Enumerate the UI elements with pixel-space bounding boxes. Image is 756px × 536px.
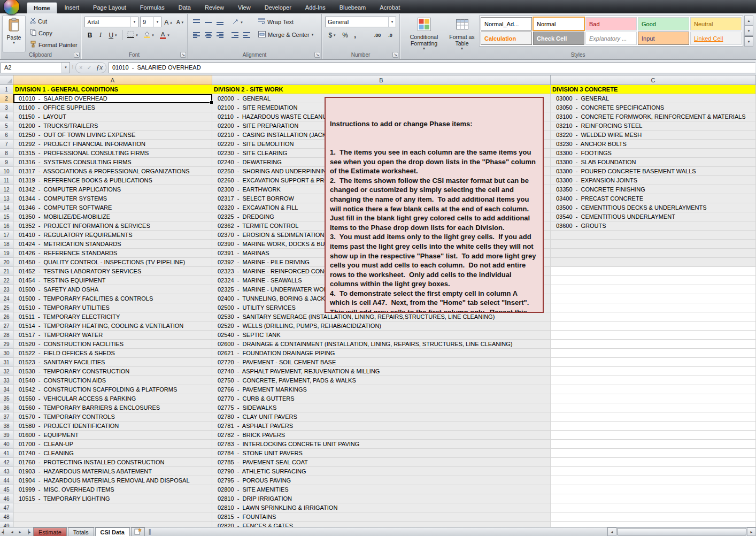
cell-A4[interactable]: 01150 - LAYOUT [13,112,212,121]
orientation-button[interactable]: ▾ [229,17,245,28]
cell-C40[interactable] [551,440,756,449]
row-number-23[interactable]: 23 [0,285,13,294]
last-sheet-button[interactable]: ▕▸ [24,527,32,536]
row-number-6[interactable]: 6 [0,131,13,140]
cell-A5[interactable]: 01200 - TRUCKS/TRAILERS [13,121,212,131]
cell-B49[interactable]: 02820 - FENCES & GATES [212,522,551,527]
cell-C7[interactable]: 03230 - ANCHOR BOLTS [551,140,756,149]
merge-center-button[interactable]: Merge & Center ▾ [256,29,315,40]
row-number-8[interactable]: 8 [0,149,13,158]
cell-C23[interactable] [551,285,756,294]
align-bottom-button[interactable] [214,17,226,28]
ribbon-tab-developer[interactable]: Developer [258,2,298,13]
enter-icon[interactable]: ✓ [87,64,91,71]
ribbon-tab-home[interactable]: Home [27,2,57,13]
cell-B48[interactable]: 02815 - FOUNTAINS [212,512,551,522]
cell-A38[interactable]: 01580 - PROJECT IDENTIFICATION [13,422,212,431]
row-number-11[interactable]: 11 [0,176,13,185]
number-dialog-launcher[interactable]: ↘ [392,52,398,58]
cell-B41[interactable]: 02784 - STONE UNIT PAVERS [212,449,551,458]
cell-A40[interactable]: 01700 - CLEAN-UP [13,440,212,449]
cell-A39[interactable]: 01600 - EQUIPMENT [13,431,212,440]
formula-bar-handle[interactable]: ⁞ [70,62,75,73]
tab-split-handle[interactable]: ▐ [147,527,151,536]
cut-button[interactable]: Cut [28,16,49,26]
cell-C44[interactable] [551,476,756,485]
cell-A32[interactable]: 01530 - TEMPORARY CONSTRUCTION [13,367,212,376]
cell-C43[interactable] [551,467,756,476]
row-number-22[interactable]: 22 [0,276,13,285]
row-number-17[interactable]: 17 [0,231,13,240]
row-number-34[interactable]: 34 [0,385,13,394]
cell-C25[interactable] [551,303,756,312]
cell-B43[interactable]: 02790 - ATHLETIC SURFACING [212,467,551,476]
font-color-dropdown-icon[interactable]: ▾ [167,33,169,37]
align-center-button[interactable] [203,29,214,41]
cell-C26[interactable] [551,312,756,321]
cell-C4[interactable]: 03100 - CONCRETE FORMWORK, REINFORCEMENT… [551,112,756,121]
number-format-dropdown-icon[interactable]: ▾ [388,17,396,27]
cell-C48[interactable] [551,512,756,522]
row-number-29[interactable]: 29 [0,340,13,349]
cell-A24[interactable]: 01500 - TEMPORARY FACILITIES & CONTROLS [13,294,212,303]
conditional-formatting-dropdown-icon[interactable]: ▾ [423,47,425,51]
cell-B28[interactable]: 02540 - SEPTIC TANK [212,331,551,340]
scrollbar-thumb[interactable] [617,528,746,535]
instructions-textbox[interactable]: Instructions to add or change Phase item… [325,97,544,313]
cell-B37[interactable]: 02780 - CLAY UNIT PAVERS [212,412,551,422]
cell-A37[interactable]: 01570 - TEMPORARY CONTROLS [13,412,212,422]
cell-A33[interactable]: 01540 - CONSTRUCTION AIDS [13,376,212,385]
cell-B27[interactable]: 02520 - WELLS (DRILLING, PUMPS, REHAB/AC… [212,321,551,331]
copy-button[interactable]: Copy [28,28,55,38]
cell-C22[interactable] [551,276,756,285]
division-header-C[interactable]: DIVISION 3 CONCRETE [551,85,756,94]
gallery-scroll-up-icon[interactable]: ▴ [744,16,753,26]
cell-style-linked-cell[interactable]: Linked Cell [690,32,742,45]
row-number-36[interactable]: 36 [0,403,13,412]
paste-dropdown-icon[interactable]: ▾ [13,41,15,45]
cell-style-good[interactable]: Good [638,17,689,30]
cancel-icon[interactable]: × [79,64,82,71]
cell-C18[interactable] [551,240,756,249]
fill-color-button[interactable]: ▾ [141,29,156,41]
cell-C39[interactable] [551,431,756,440]
format-as-table-button[interactable]: Format as Table ▾ [447,15,477,52]
row-number-13[interactable]: 13 [0,194,13,203]
grow-font-button[interactable]: A▴ [163,17,174,28]
cell-A9[interactable]: 01316 - SYSTEMS CONSULTING FIRMS [13,158,212,167]
cell-A21[interactable]: 01452 - TESTING LABORATORY SERVICES [13,267,212,276]
name-box[interactable]: A2 ▾ [1,62,70,73]
cell-A43[interactable]: 01903 - HAZARDOUS MATERIALS ABATEMENT [13,467,212,476]
cell-C6[interactable]: 03220 - WELDED WIRE MESH [551,131,756,140]
gallery-scroll-down-icon[interactable]: ▾ [744,26,753,36]
sheet-tab-csi-data[interactable]: CSI Data [95,527,130,536]
conditional-formatting-button[interactable]: Conditional Formatting ▾ [403,15,445,52]
cell-C30[interactable] [551,349,756,358]
borders-dropdown-icon[interactable]: ▾ [136,33,138,37]
accounting-format-button[interactable]: $▾ [325,29,339,41]
cell-C32[interactable] [551,367,756,376]
cell-A41[interactable]: 01740 - CLEANING [13,449,212,458]
cell-A18[interactable]: 01424 - METRICATION STANDARDS [13,240,212,249]
increase-indent-button[interactable] [241,29,252,41]
format-as-table-dropdown-icon[interactable]: ▾ [461,47,463,51]
row-number-30[interactable]: 30 [0,349,13,358]
cell-A16[interactable]: 01352 - PROJECT INFORMATION & SERVICES [13,221,212,231]
cell-C14[interactable]: 03500 - CEMENTITIOUS DECKS & UNDERLAYMEN… [551,203,756,212]
column-header-B[interactable]: B [212,75,551,85]
cell-C37[interactable] [551,412,756,422]
cell-A2[interactable]: 01010 - SALARIED OVERHEAD [13,94,212,103]
cell-A7[interactable]: 01292 - PROJECT FINANCIAL INFORMATION [13,140,212,149]
cell-C35[interactable] [551,394,756,403]
row-number-18[interactable]: 18 [0,240,13,249]
row-number-14[interactable]: 14 [0,203,13,212]
row-number-42[interactable]: 42 [0,458,13,467]
cell-A35[interactable]: 01550 - VEHICULAR ACCESS & PARKING [13,394,212,403]
accounting-dropdown-icon[interactable]: ▾ [334,33,336,37]
cell-C8[interactable]: 03300 - FOOTINGS [551,149,756,158]
row-number-37[interactable]: 37 [0,412,13,422]
cell-A26[interactable]: 01511 - TEMPORARY ELECTRICITY [13,312,212,321]
cell-A45[interactable]: 01999 - MISC. OVERHEAD ITEMS [13,485,212,494]
cell-C41[interactable] [551,449,756,458]
gallery-more-icon[interactable]: ▾ [744,36,753,47]
